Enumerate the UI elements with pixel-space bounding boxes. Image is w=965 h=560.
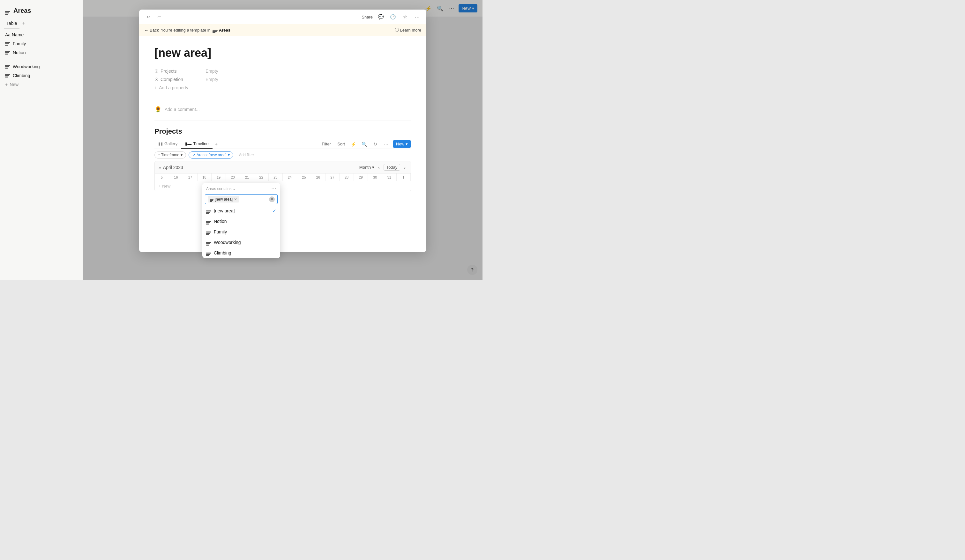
tab-add-button[interactable]: + xyxy=(20,18,28,29)
woodworking-item-stack-icon xyxy=(206,239,211,246)
filter-chips-row: ↑ Timeframe ▾ ↗ Areas: [new area] ▾ + Ad… xyxy=(154,152,411,158)
date-24: 24 xyxy=(283,173,297,181)
sidebar-item-climbing[interactable]: Climbing xyxy=(0,71,83,80)
areas-stack-icon xyxy=(5,7,10,15)
dropdown-item-woodworking[interactable]: Woodworking xyxy=(202,237,280,248)
tab-table[interactable]: Table xyxy=(4,19,20,28)
date-30: 30 xyxy=(368,173,382,181)
dropdown-header-label: Areas contains ⌄ xyxy=(206,186,236,191)
sidebar-col-header: Aa Name xyxy=(0,30,83,39)
new-projects-button[interactable]: New ▾ xyxy=(393,140,411,148)
dropdown-item-label-new-area: [new area] xyxy=(214,208,234,213)
dropdown-item-family[interactable]: Family xyxy=(202,227,280,237)
modal-back-icon[interactable]: ↩ xyxy=(144,13,152,21)
banner-back-button[interactable]: ← Back xyxy=(144,28,159,33)
property-row-projects: ☉ Projects Empty xyxy=(154,67,411,75)
add-filter-label: + Add filter xyxy=(236,153,254,157)
woodworking-stack-icon xyxy=(5,65,10,69)
share-button[interactable]: Share xyxy=(361,15,373,20)
sort-button[interactable]: Sort xyxy=(335,140,347,147)
dropdown-item-notion[interactable]: Notion xyxy=(202,216,280,227)
search-toolbar-icon[interactable]: 🔍 xyxy=(360,140,368,148)
sidebar-item-woodworking[interactable]: Woodworking xyxy=(0,62,83,71)
comment-icon-btn[interactable]: 💬 xyxy=(376,13,385,21)
date-17: 17 xyxy=(183,173,198,181)
timeframe-arrow-icon: ↑ xyxy=(158,153,160,157)
next-month-button[interactable]: › xyxy=(403,164,407,171)
dropdown-more-button[interactable]: ⋯ xyxy=(271,186,276,192)
sidebar-item-label-family: Family xyxy=(13,41,26,46)
notion-stack-icon xyxy=(5,51,10,54)
areas-filter-chip[interactable]: ↗ Areas: [new area] ▾ xyxy=(188,152,233,158)
back-arrow-icon: ← xyxy=(144,28,149,33)
completion-label-text: Completion xyxy=(160,77,183,82)
dropdown-item-new-area[interactable]: [new area] ✓ xyxy=(202,206,280,216)
timeframe-filter-chip[interactable]: ↑ Timeframe ▾ xyxy=(154,152,186,158)
sync-toolbar-icon[interactable]: ↻ xyxy=(371,140,379,148)
timeline-header: » April 2023 Month ▾ ‹ Today › xyxy=(155,162,411,173)
more-toolbar-icon[interactable]: ⋯ xyxy=(382,140,390,148)
dropdown-tag-label: [new area] xyxy=(215,197,233,202)
dropdown-selected-tag: [new area] ✕ xyxy=(208,196,239,202)
timeframe-chip-dropdown: ▾ xyxy=(181,153,183,157)
history-icon-btn[interactable]: 🕐 xyxy=(389,13,397,21)
add-filter-button[interactable]: + Add filter xyxy=(236,152,254,158)
add-property-plus-icon: + xyxy=(154,85,157,90)
property-label-completion: ☉ Completion xyxy=(154,77,206,82)
tab-add-view-button[interactable]: + xyxy=(213,140,220,149)
completion-property-icon: ☉ xyxy=(154,77,159,82)
date-18: 18 xyxy=(198,173,212,181)
date-31: 31 xyxy=(382,173,397,181)
date-20: 20 xyxy=(226,173,240,181)
date-26: 26 xyxy=(311,173,325,181)
date-29: 29 xyxy=(354,173,368,181)
tab-gallery[interactable]: ▮▮ Gallery xyxy=(154,139,181,149)
sidebar-new-button[interactable]: + New xyxy=(0,80,83,89)
divider-2 xyxy=(154,121,411,121)
avatar-emoji: 🌻 xyxy=(154,106,162,113)
date-16: 16 xyxy=(169,173,183,181)
new-projects-dropdown-icon: ▾ xyxy=(406,142,408,146)
timeline-expand-icon: » xyxy=(159,165,161,170)
learn-more-button[interactable]: ⓘ Learn more xyxy=(395,27,421,33)
sidebar-divider xyxy=(0,57,83,62)
climbing-item-stack-icon xyxy=(206,250,211,256)
property-label-projects: ☉ Projects xyxy=(154,69,206,73)
climbing-stack-icon xyxy=(5,74,10,77)
learn-more-label: Learn more xyxy=(400,28,421,33)
modal-topbar-right: Share 💬 🕐 ☆ ⋯ xyxy=(361,13,421,21)
dropdown-clear-button[interactable]: ✕ xyxy=(269,196,275,202)
star-icon-btn[interactable]: ☆ xyxy=(401,13,409,21)
app-title: Areas xyxy=(0,4,83,18)
view-toolbar-right: Filter Sort ⚡ 🔍 ↻ ⋯ New ▾ xyxy=(320,140,411,148)
sidebar-item-family[interactable]: Family xyxy=(0,39,83,48)
modal-page-icon[interactable]: ▭ xyxy=(155,13,164,21)
modal-more-icon-btn[interactable]: ⋯ xyxy=(413,13,421,21)
flash-toolbar-icon[interactable]: ⚡ xyxy=(349,140,358,148)
notion-item-stack-icon xyxy=(206,218,211,225)
dropdown-item-left-new-area: [new area] xyxy=(206,207,234,214)
banner-editing-text: You're editing a template in xyxy=(161,28,211,33)
prev-month-button[interactable]: ‹ xyxy=(377,164,381,171)
learn-more-question-icon: ⓘ xyxy=(395,27,399,33)
dropdown-item-climbing[interactable]: Climbing xyxy=(202,248,280,258)
dropdown-tag-remove-button[interactable]: ✕ xyxy=(234,197,237,202)
filter-button[interactable]: Filter xyxy=(320,140,333,147)
today-button[interactable]: Today xyxy=(384,164,401,171)
dropdown-item-left-notion: Notion xyxy=(206,218,227,225)
areas-link[interactable]: Areas xyxy=(213,27,231,33)
month-selector[interactable]: Month ▾ xyxy=(359,165,375,170)
comment-placeholder[interactable]: Add a comment... xyxy=(165,107,200,112)
areas-link-stack-icon xyxy=(213,27,218,33)
projects-value[interactable]: Empty xyxy=(206,69,218,73)
completion-value[interactable]: Empty xyxy=(206,77,218,82)
template-banner-left: ← Back You're editing a template in Area… xyxy=(144,27,231,33)
projects-section-title: Projects xyxy=(154,127,411,136)
timeframe-chip-label: Timeframe xyxy=(161,153,179,157)
dropdown-header: Areas contains ⌄ ⋯ xyxy=(202,183,280,193)
add-property-button[interactable]: + Add a property xyxy=(154,84,411,91)
tab-timeline[interactable]: ▮▬ Timeline xyxy=(181,139,213,149)
sidebar-item-notion[interactable]: Notion xyxy=(0,48,83,57)
view-tabs: ▮▮ Gallery ▮▬ Timeline + Filter Sort ⚡ 🔍 xyxy=(154,139,411,149)
timeline-new-button[interactable]: + New xyxy=(159,184,170,188)
